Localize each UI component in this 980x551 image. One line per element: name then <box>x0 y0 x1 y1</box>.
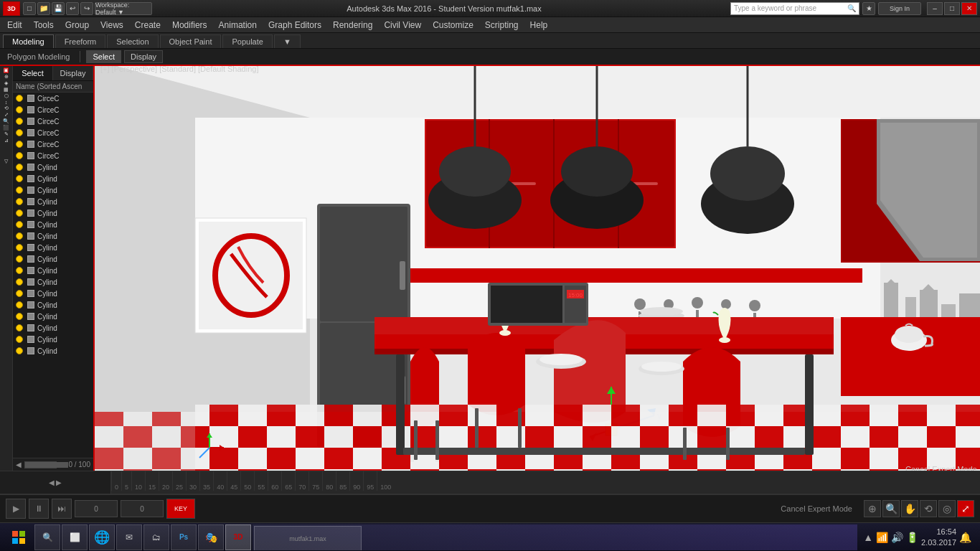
maximize-btn[interactable]: □ <box>944 2 960 15</box>
network-icon[interactable]: 📶 <box>876 532 888 543</box>
menu-graph-editors[interactable]: Graph Editors <box>263 19 327 32</box>
timeline-track[interactable]: 0 5 10 15 20 25 30 35 40 45 50 55 60 65 … <box>111 471 980 494</box>
list-item[interactable]: CirceC <box>13 138 93 150</box>
new-btn[interactable]: □ <box>23 2 36 15</box>
battery-icon[interactable]: 🔋 <box>906 532 918 543</box>
tool-icon-11[interactable]: ✎ <box>4 131 9 137</box>
clock-display[interactable]: 16:54 2.03.2017 <box>921 527 956 547</box>
stop-btn[interactable]: ⏸ <box>29 499 49 519</box>
tab-populate[interactable]: Populate <box>222 34 272 48</box>
panel-select-tab[interactable]: Select <box>13 66 53 80</box>
3dsmax-btn[interactable]: 3D <box>225 524 251 550</box>
list-item[interactable]: CirceC <box>13 104 93 116</box>
list-scrollbar[interactable]: ◀ ▶ 0 / 100 <box>13 458 93 471</box>
list-item[interactable]: Cylind <box>13 265 93 276</box>
list-item[interactable]: Cylind <box>13 288 93 299</box>
tool-icon-13[interactable]: ▽ <box>4 159 8 164</box>
list-item[interactable]: CirceC <box>13 93 93 104</box>
list-item[interactable]: Cylind <box>13 230 93 242</box>
tab-freeform[interactable]: Freeform <box>55 34 106 48</box>
tab-modeling[interactable]: Modeling <box>3 34 54 48</box>
open-btn[interactable]: 📁 <box>37 2 50 15</box>
workspace-dropdown[interactable]: Workspace: Default ▼ <box>95 2 152 15</box>
play-btn[interactable]: ▶ <box>6 499 26 519</box>
menu-animation[interactable]: Animation <box>213 19 263 32</box>
ribbon-display-btn[interactable]: Display <box>124 50 163 63</box>
tab-more[interactable]: ▼ <box>274 34 301 48</box>
tool-icon-10[interactable]: ⬛ <box>3 125 9 131</box>
store-btn[interactable]: 🗂 <box>143 524 169 550</box>
scroll-thumb[interactable] <box>25 462 68 468</box>
list-item[interactable]: Cylind <box>13 345 93 357</box>
undo-btn[interactable]: ↩ <box>66 2 79 15</box>
menu-create[interactable]: Create <box>129 19 166 32</box>
tool-icon-4[interactable]: ▦ <box>4 87 9 93</box>
notifications-icon[interactable]: 🔔 <box>959 532 971 543</box>
tool-icon-1[interactable]: ▣ <box>4 67 9 73</box>
list-item[interactable]: Cylind <box>13 207 93 219</box>
list-item[interactable]: Cylind <box>13 311 93 322</box>
tool-icon-2[interactable]: ⊕ <box>4 74 9 80</box>
start-button[interactable] <box>3 524 34 550</box>
list-item[interactable]: Cylind <box>13 184 93 196</box>
list-item[interactable]: Cylind <box>13 276 93 288</box>
task-view-btn[interactable]: ⬜ <box>62 524 88 550</box>
redo-btn[interactable]: ↪ <box>80 2 93 15</box>
menu-scripting[interactable]: Scripting <box>479 19 524 32</box>
menu-group[interactable]: Group <box>60 19 95 32</box>
unknown-btn[interactable]: 🎭 <box>198 524 224 550</box>
menu-civil-view[interactable]: Civil View <box>378 19 427 32</box>
save-btn[interactable]: 💾 <box>52 2 65 15</box>
tool-icon-6[interactable]: ↕ <box>5 100 8 105</box>
list-item[interactable]: Cylind <box>13 322 93 334</box>
tool-icon-7[interactable]: ⟲ <box>4 105 9 111</box>
tool-icon-3[interactable]: ◈ <box>4 80 8 86</box>
list-item[interactable]: CirceC <box>13 116 93 127</box>
menu-customize[interactable]: Customize <box>427 19 479 32</box>
tool-icon-5[interactable]: ⬡ <box>4 93 9 99</box>
tab-object-paint[interactable]: Object Paint <box>160 34 222 48</box>
list-item[interactable]: Cylind <box>13 253 93 265</box>
menu-modifiers[interactable]: Modifiers <box>166 19 213 32</box>
object-list[interactable]: Name (Sorted Ascen CirceC CirceC <box>13 81 93 458</box>
volume-icon[interactable]: 🔊 <box>891 532 903 543</box>
favorites-icon[interactable]: ★ <box>862 2 875 15</box>
mail-btn[interactable]: ✉ <box>116 524 142 550</box>
list-item[interactable]: Cylind <box>13 334 93 345</box>
tool-icon-9[interactable]: 🔍 <box>3 118 9 124</box>
menu-help[interactable]: Help <box>524 19 554 32</box>
minimize-btn[interactable]: – <box>927 2 943 15</box>
list-item[interactable]: Cylind <box>13 219 93 230</box>
tray-up-arrow[interactable]: ▲ <box>863 532 873 543</box>
menu-tools[interactable]: Tools <box>28 19 60 32</box>
signin-btn[interactable]: Sign In <box>878 2 921 15</box>
list-item[interactable]: Cylind <box>13 242 93 253</box>
tool-icon-8[interactable]: ⤢ <box>4 112 9 118</box>
menu-views[interactable]: Views <box>95 19 129 32</box>
list-item[interactable]: Cylind <box>13 161 93 173</box>
field-of-view-btn[interactable]: ◎ <box>938 500 956 517</box>
search-box[interactable]: Type a keyword or phrase 🔍 <box>730 2 859 15</box>
list-item[interactable]: CirceC <box>13 150 93 161</box>
tab-selection[interactable]: Selection <box>107 34 158 48</box>
tool-icon-12[interactable]: ⊿ <box>4 138 9 143</box>
keying-btn[interactable]: KEY <box>166 499 195 519</box>
menu-rendering[interactable]: Rendering <box>327 19 378 32</box>
viewport[interactable]: y 15:00 <box>95 66 980 471</box>
ribbon-select-btn[interactable]: Select <box>86 50 121 63</box>
maximize-viewport-btn[interactable]: ⤢ <box>957 500 974 517</box>
zoom-region-btn[interactable]: 🔍 <box>882 500 900 517</box>
list-item[interactable]: CirceC <box>13 127 93 138</box>
panel-display-tab[interactable]: Display <box>53 66 93 80</box>
scroll-track[interactable] <box>24 461 57 468</box>
pan-btn[interactable]: ✋ <box>901 500 918 517</box>
frame-counter[interactable]: 0 <box>75 500 118 517</box>
zoom-extents-btn[interactable]: ⊕ <box>864 500 881 517</box>
next-frame-btn[interactable]: ⏭ <box>52 499 72 519</box>
list-item[interactable]: Cylind <box>13 299 93 311</box>
arc-rotate-btn[interactable]: ⟲ <box>920 500 937 517</box>
close-btn[interactable]: ✕ <box>961 2 977 15</box>
time-display[interactable]: 0 <box>121 500 164 517</box>
photoshop-btn[interactable]: Ps <box>171 524 197 550</box>
list-item[interactable]: Cylind <box>13 173 93 184</box>
